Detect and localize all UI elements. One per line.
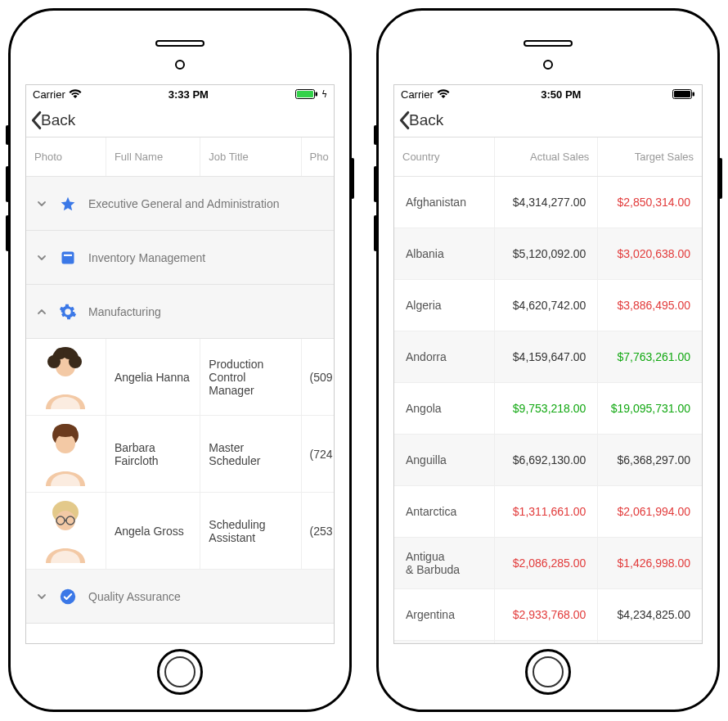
header-photo[interactable]: Photo	[26, 137, 106, 176]
cell-target-sales: $3,886,495.00	[598, 280, 702, 331]
table-row[interactable]: Andorra$4,159,647.00$7,763,261.00	[394, 331, 702, 383]
cell-target-sales: $7,763,261.00	[598, 331, 702, 382]
status-bar: Carrier 3:33 PM ϟ	[26, 85, 334, 103]
cell-actual-sales: $1,311,661.00	[495, 486, 599, 537]
cell-target-sales: $3,020,638.00	[598, 228, 702, 279]
cell-country: Armenia	[394, 641, 495, 643]
group-row[interactable]: Manufacturing	[26, 285, 334, 339]
svg-point-13	[54, 424, 77, 437]
header-phone[interactable]: Pho	[302, 137, 334, 176]
chevron-down-icon[interactable]	[36, 253, 47, 263]
clock: 3:33 PM	[169, 88, 209, 101]
table-row[interactable]: Antarctica$1,311,661.00$2,061,994.00	[394, 486, 702, 538]
header-actual-sales[interactable]: Actual Sales	[495, 137, 599, 176]
group-label: Quality Assurance	[88, 590, 181, 603]
cell-country: Andorra	[394, 331, 495, 382]
cell-country: Angola	[394, 383, 495, 434]
cell-full-name: Angelia Hanna	[106, 339, 200, 415]
cell-target-sales: $9,075,853.00	[598, 641, 702, 643]
table-row[interactable]: Armenia$7,297,213.00$9,075,853.00	[394, 641, 702, 643]
avatar	[34, 345, 97, 409]
header-target-sales[interactable]: Target Sales	[598, 137, 702, 176]
table-row[interactable]: Angelia HannaProduction Control Manager(…	[26, 339, 334, 416]
table-row[interactable]: Argentina$2,933,768.00$4,234,825.00	[394, 589, 702, 641]
group-row[interactable]: Quality Assurance	[26, 570, 334, 624]
cell-phone: (509	[302, 339, 334, 415]
phone-frame-left: Carrier 3:33 PM ϟ Back	[8, 8, 352, 712]
table-row[interactable]: Angola$9,753,218.00$19,095,731.00	[394, 383, 702, 435]
cell-country: Antigua & Barbuda	[394, 538, 495, 588]
avatar	[34, 422, 97, 486]
back-button[interactable]: Back	[29, 110, 75, 130]
cell-target-sales: $19,095,731.00	[598, 383, 702, 434]
header-full-name[interactable]: Full Name	[106, 137, 200, 176]
cell-country: Albania	[394, 228, 495, 279]
cell-photo	[26, 493, 106, 569]
chevron-up-icon[interactable]	[36, 307, 47, 317]
cell-actual-sales: $7,297,213.00	[495, 641, 599, 643]
chevron-down-icon[interactable]	[36, 592, 47, 602]
clock: 3:50 PM	[541, 88, 581, 101]
status-bar: Carrier 3:50 PM	[394, 85, 702, 103]
battery-icon	[672, 89, 695, 99]
cell-country: Afghanistan	[394, 177, 495, 228]
grid-header: Photo Full Name Job Title Pho	[26, 137, 334, 177]
screen-left: Carrier 3:33 PM ϟ Back	[25, 84, 335, 644]
cell-actual-sales: $4,620,742.00	[495, 280, 599, 331]
cell-phone: (253	[302, 493, 334, 569]
header-job-title[interactable]: Job Title	[200, 137, 301, 176]
chevron-down-icon[interactable]	[36, 199, 47, 209]
table-row[interactable]: Anguilla$6,692,130.00$6,368,297.00	[394, 435, 702, 486]
back-label: Back	[41, 111, 75, 129]
box-icon	[59, 249, 77, 267]
mute-switch	[374, 125, 377, 145]
table-row[interactable]: Algeria$4,620,742.00$3,886,495.00	[394, 280, 702, 331]
cell-target-sales: $6,368,297.00	[598, 435, 702, 485]
svg-rect-4	[64, 254, 72, 255]
cell-country: Anguilla	[394, 435, 495, 485]
front-camera	[175, 60, 185, 70]
cell-target-sales: $4,234,825.00	[598, 589, 702, 640]
power-button	[719, 158, 722, 199]
header-country[interactable]: Country	[394, 137, 495, 176]
cell-target-sales: $2,061,994.00	[598, 486, 702, 537]
svg-rect-3	[62, 251, 74, 264]
gear-icon	[59, 303, 77, 321]
power-button	[351, 158, 354, 199]
volume-down-button	[6, 215, 9, 251]
charging-icon: ϟ	[321, 89, 327, 100]
group-label: Executive General and Administration	[88, 197, 279, 210]
cell-country: Antarctica	[394, 486, 495, 537]
svg-rect-1	[297, 91, 313, 97]
home-button[interactable]	[525, 649, 571, 695]
table-row[interactable]: Albania$5,120,092.00$3,020,638.00	[394, 228, 702, 280]
volume-up-button	[6, 166, 9, 202]
svg-rect-21	[674, 91, 690, 97]
home-button[interactable]	[157, 649, 203, 695]
mute-switch	[6, 125, 9, 145]
grid-body-right[interactable]: Afghanistan$4,314,277.00$2,850,314.00Alb…	[394, 177, 702, 643]
wifi-icon	[437, 89, 450, 99]
carrier-label: Carrier	[401, 88, 434, 101]
table-row[interactable]: Antigua & Barbuda$2,086,285.00$1,426,998…	[394, 538, 702, 589]
cell-full-name: Angela Gross	[106, 493, 200, 569]
grid-body-left[interactable]: Executive General and AdministrationInve…	[26, 177, 334, 643]
phone-frame-right: Carrier 3:50 PM Back	[376, 8, 720, 712]
cell-job-title: Production Control Manager	[200, 339, 301, 415]
svg-rect-2	[316, 92, 318, 97]
table-row[interactable]: Afghanistan$4,314,277.00$2,850,314.00	[394, 177, 702, 228]
group-row[interactable]: Inventory Management	[26, 231, 334, 285]
cell-actual-sales: $5,120,092.00	[495, 228, 599, 279]
table-row[interactable]: Angela GrossScheduling Assistant(253	[26, 493, 334, 570]
group-row[interactable]: Executive General and Administration	[26, 177, 334, 231]
cell-target-sales: $2,850,314.00	[598, 177, 702, 228]
cell-photo	[26, 339, 106, 415]
cell-target-sales: $1,426,998.00	[598, 538, 702, 588]
back-button[interactable]: Back	[398, 110, 443, 130]
cell-job-title: Scheduling Assistant	[200, 493, 301, 569]
speaker-slot	[524, 40, 573, 47]
table-row[interactable]: Barbara FairclothMaster Scheduler(724	[26, 416, 334, 493]
cell-actual-sales: $4,159,647.00	[495, 331, 599, 382]
cell-phone: (724	[302, 416, 334, 492]
grid-header: Country Actual Sales Target Sales	[394, 137, 702, 177]
